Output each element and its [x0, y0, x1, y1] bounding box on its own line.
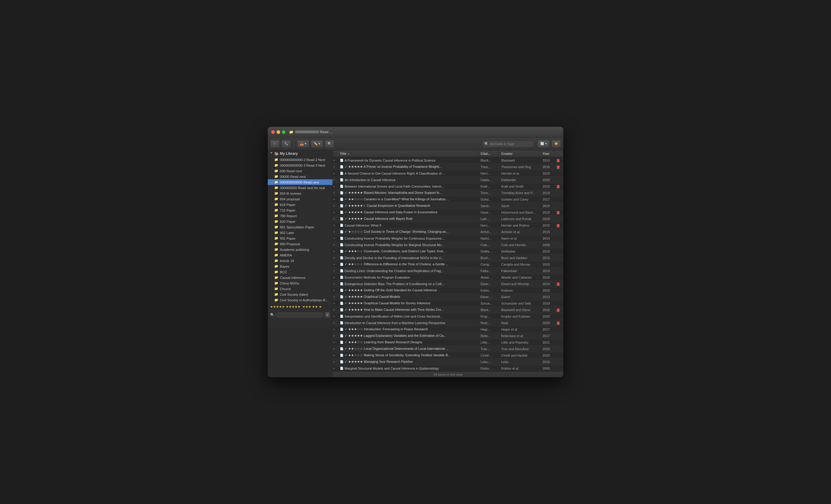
expand-cell-1[interactable]: ▶ — [333, 165, 338, 169]
th-title[interactable]: Title ▲ — [338, 150, 478, 157]
table-row[interactable]: ▶📄✓ ★★★★★ Getting Off the Gold Standard … — [333, 287, 563, 294]
expand-cell-32[interactable]: ▶ — [333, 366, 338, 370]
expand-cell-25[interactable]: ▶ — [333, 321, 338, 325]
sidebar-item-3[interactable]: 📁00000 Read next — [268, 174, 333, 179]
table-row[interactable]: ▶📄Marginal Structural Models and Causal … — [333, 365, 563, 372]
sidebar-item-14[interactable]: 📁902 Paper — [268, 235, 333, 241]
search-bar[interactable]: 🔍 — [482, 140, 534, 147]
table-row[interactable]: ▶📄✓ ★★★★★ Lagged Explanatory Variables a… — [333, 333, 563, 339]
table-row[interactable]: ▶📄✓ ★★★★★ A Primer on Inverse Probabilit… — [333, 164, 563, 170]
expand-cell-5[interactable]: ▶ — [333, 191, 338, 195]
table-row[interactable]: ▶📄✓ ★★★☆☆ Learning from Biased Research … — [333, 339, 563, 346]
sidebar-search-input[interactable] — [276, 312, 323, 318]
table-row[interactable]: ▶📄✓ ★★☆☆☆ Difference-in-Difference in th… — [333, 261, 563, 268]
sidebar-item-20[interactable]: 📁BCC — [268, 269, 333, 275]
table-row[interactable]: ▶📄An Introduction to Causal InferenceDab… — [333, 177, 563, 183]
sidebar-item-18[interactable]: 📁Article 19 — [268, 258, 333, 264]
table-row[interactable]: ▶📄✓ ★★★☆☆ Introduction: Forecasting in P… — [333, 326, 563, 333]
sidebar-item-11[interactable]: 📁820 Paper — [268, 218, 333, 224]
table-row[interactable]: ▶📄✓ ★★★★★☆ Causal Empiricism in Quantita… — [333, 203, 563, 209]
table-row[interactable]: ▶📄✓ ★☆☆☆☆ Civil Society in Times of Chan… — [333, 229, 563, 235]
sidebar-item-22[interactable]: 📁China NGOs — [268, 280, 333, 286]
sidebar-item-4[interactable]: 📁000000000000 Read next — [268, 179, 333, 185]
expand-cell-16[interactable]: ▶ — [333, 262, 338, 266]
expand-cell-18[interactable]: ▶ — [333, 275, 338, 279]
sidebar-item-12[interactable]: 📁901 Speculation Paper — [268, 224, 333, 230]
table-row[interactable]: ▶📄✓ ★★★★★ Managing Your Research Pipelin… — [333, 359, 563, 365]
expand-cell-26[interactable]: ▶ — [333, 327, 338, 331]
table-row[interactable]: ▶📄✓ ★★★☆☆ Covenants, Constitutions, and … — [333, 248, 563, 255]
table-row[interactable]: ▶📄Introduction to Causal Inference from … — [333, 320, 563, 326]
close-button[interactable] — [271, 130, 275, 134]
expand-cell-20[interactable]: ▶ — [333, 288, 338, 292]
table-row[interactable]: ▶📄✓ ★★☆☆☆ Canaries in a Coal-Mine? What … — [333, 196, 563, 203]
expand-cell-19[interactable]: ▶ — [333, 282, 338, 286]
search-button[interactable]: 🔍 — [325, 140, 334, 148]
sidebar-item-0[interactable]: 📁000000000000 2 Read 2 Next — [268, 157, 333, 162]
expand-cell-10[interactable]: ▶ — [333, 223, 338, 227]
expand-cell-2[interactable]: ▶ — [333, 171, 338, 175]
table-row[interactable]: ▶📄Constructing Inverse Probability Weigh… — [333, 242, 563, 248]
sidebar-item-7[interactable]: 📁604 proposal — [268, 196, 333, 202]
sidebar-item-8[interactable]: 📁618 Paper — [268, 202, 333, 207]
theme-button[interactable]: ☀️ — [551, 140, 561, 148]
sidebar-item-17[interactable]: 📁AMERA — [268, 252, 333, 258]
export-button[interactable]: 📤 ▾ — [297, 140, 309, 148]
sidebar-item-10[interactable]: 📁790 Report — [268, 213, 333, 218]
sidebar-item-1[interactable]: 📁000000000000 3 Read 3 Next — [268, 162, 333, 168]
expand-cell-3[interactable]: ▶ — [333, 178, 338, 182]
add-button[interactable]: ➕ — [270, 140, 280, 148]
sidebar-item-23[interactable]: 📁Church — [268, 286, 333, 292]
expand-cell-15[interactable]: ▶ — [333, 256, 338, 260]
table-row[interactable]: ▶📄✓ ★★★★★ Biased Altruism: Islamophobia … — [333, 190, 563, 196]
sidebar-item-2[interactable]: 📁000 Read next — [268, 168, 333, 174]
expand-cell-6[interactable]: ▶ — [333, 197, 338, 201]
expand-cell-9[interactable]: ▶ — [333, 217, 338, 221]
table-row[interactable]: ▶📄✓ ★★★★★ Causal Inference and Data-Fusi… — [333, 209, 563, 216]
table-row[interactable]: ▶📄Constructing Inverse Probability Weigh… — [333, 235, 563, 242]
expand-cell-31[interactable]: ▶ — [333, 360, 338, 364]
expand-cell-14[interactable]: ▶ — [333, 249, 338, 253]
expand-cell-27[interactable]: ▶ — [333, 334, 338, 338]
table-row[interactable]: ▶📄Econometric Methods for Program Evalua… — [333, 274, 563, 281]
expand-cell-8[interactable]: ▶ — [333, 210, 338, 214]
expand-cell-0[interactable]: ▶ — [333, 158, 338, 162]
sidebar-item-6[interactable]: 📁604 lit reviews — [268, 190, 333, 196]
expand-cell-17[interactable]: ▶ — [333, 269, 338, 273]
table-row[interactable]: ▶📄✓ ★★★★★ Graphical Causal Models for Su… — [333, 300, 563, 307]
my-library-header[interactable]: 📚 My Library — [268, 150, 333, 157]
sidebar-item-13[interactable]: 📁902 Later — [268, 230, 333, 235]
expand-cell-4[interactable]: ▶ — [333, 184, 338, 188]
table-row[interactable]: ▶📄✓ ★★☆☆☆ Making Sense of Sensitivity: E… — [333, 352, 563, 359]
expand-cell-22[interactable]: ▶ — [333, 301, 338, 305]
table-row[interactable]: ▶📄Causal Inference: What IfHern...Hernán… — [333, 222, 563, 229]
expand-cell-28[interactable]: ▶ — [333, 340, 338, 344]
expand-cell-24[interactable]: ▶ — [333, 314, 338, 318]
th-creator[interactable]: Creator — [499, 150, 540, 157]
maximize-button[interactable] — [282, 130, 285, 134]
tools-button[interactable]: 🔧 — [281, 140, 291, 148]
expand-cell-11[interactable]: ▶ — [333, 230, 338, 234]
th-year[interactable]: Year — [540, 150, 555, 157]
sidebar-item-15[interactable]: 📁950 Proposal — [268, 241, 333, 247]
sidebar-filter-button[interactable]: ≡ — [325, 312, 330, 318]
table-row[interactable]: ▶📄Density and Decline in the Founding of… — [333, 255, 563, 261]
table-row[interactable]: ▶📄✓ ★★★★★ How to Make Causal Inferences … — [333, 307, 563, 313]
th-attachment[interactable] — [555, 150, 563, 157]
table-row[interactable]: ▶📄✓ ★★★★★ Causal Inference with Bayes Ru… — [333, 216, 563, 222]
sidebar-item-19[interactable]: 📁Bayes — [268, 264, 333, 269]
expand-cell-7[interactable]: ▶ — [333, 204, 338, 208]
table-row[interactable]: ▶📄Interpretation and Identification of W… — [333, 313, 563, 320]
th-citation[interactable]: Citat... — [478, 150, 499, 157]
expand-cell-21[interactable]: ▶ — [333, 295, 338, 299]
sidebar-item-24[interactable]: 📁Civil Society (later) — [268, 292, 333, 297]
expand-cell-30[interactable]: ▶ — [333, 353, 338, 357]
expand-cell-23[interactable]: ▶ — [333, 308, 338, 312]
table-row[interactable]: ▶📄✓ ★★★★★ Graphical Causal ModelsElwer..… — [333, 294, 563, 300]
sidebar-item-9[interactable]: 📁715 Paper — [268, 207, 333, 213]
sidebar-item-25[interactable]: 📁Civil Society in Authoritarian Re... — [268, 297, 333, 303]
sidebar-item-5[interactable]: 📁000000000 Read next for real — [268, 185, 333, 190]
sync-button[interactable]: 🔄 ▾ — [538, 140, 550, 148]
search-input[interactable] — [490, 142, 531, 146]
table-row[interactable]: ▶📄Endogenous Selection Bias: The Problem… — [333, 281, 563, 287]
